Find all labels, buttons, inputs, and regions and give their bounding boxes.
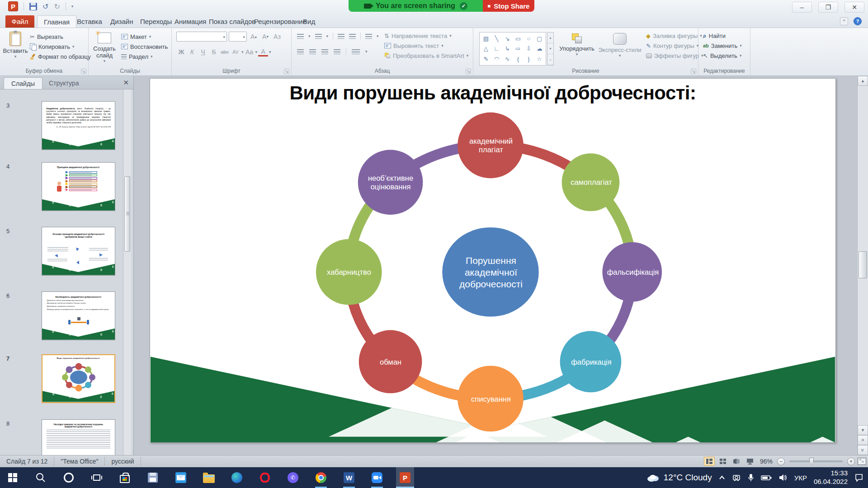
- slide-thumbnail-4[interactable]: Принципи академічної доброчесності:: [42, 162, 115, 211]
- shape-rectangle-icon[interactable]: ▭: [513, 33, 524, 44]
- shape-arrow-icon[interactable]: ↘: [502, 33, 513, 44]
- shape-bribery[interactable]: [316, 239, 382, 305]
- shape-curve-icon[interactable]: ∿: [502, 54, 513, 64]
- shrink-font-button[interactable]: А▾: [260, 32, 270, 42]
- zoom-out-button[interactable]: −: [777, 458, 785, 465]
- shape-effects-button[interactable]: Эффекты фигур ▾: [646, 51, 703, 61]
- shape-deception[interactable]: [359, 330, 422, 394]
- shape-triangle-icon[interactable]: △: [481, 44, 491, 54]
- undo-icon[interactable]: ↺: [42, 2, 48, 11]
- shapes-gallery-scroll[interactable]: ▴ ▾ ⌄: [547, 32, 554, 66]
- save-icon[interactable]: [29, 3, 37, 10]
- scroll-up-icon[interactable]: ▲: [858, 76, 868, 86]
- view-reading-button[interactable]: [731, 457, 742, 466]
- section-button[interactable]: Раздел ▾: [121, 52, 168, 61]
- tray-volume-icon[interactable]: [778, 474, 788, 481]
- mail-icon[interactable]: [172, 467, 190, 488]
- zoom-slider[interactable]: [789, 460, 843, 462]
- shape-falsification[interactable]: [602, 242, 662, 302]
- find-button[interactable]: ⌕ Найти: [703, 31, 742, 41]
- file-explorer-icon[interactable]: [200, 467, 218, 488]
- powerpoint-taskbar-icon[interactable]: P: [396, 467, 414, 488]
- editor-scrollbar-thumb[interactable]: [859, 251, 867, 278]
- shape-biased-grading[interactable]: [358, 150, 423, 215]
- zoom-level[interactable]: 96%: [760, 458, 773, 465]
- shape-line-icon[interactable]: ╲: [491, 33, 502, 44]
- panel-scrollbar-thumb[interactable]: [124, 176, 130, 252]
- opera-icon[interactable]: [256, 467, 274, 488]
- font-name-combo[interactable]: ▾: [176, 32, 227, 42]
- powerpoint-app-icon[interactable]: P: [8, 1, 18, 11]
- decrease-indent-icon[interactable]: [338, 34, 344, 39]
- zoom-in-button[interactable]: +: [847, 458, 855, 465]
- tab-insert[interactable]: Вставка: [71, 15, 108, 28]
- shape-elbow-arrow-icon[interactable]: ↳: [502, 44, 513, 54]
- columns-icon[interactable]: [352, 49, 360, 54]
- keyboard-language[interactable]: УКР: [794, 474, 807, 482]
- status-language[interactable]: русский: [105, 457, 141, 466]
- strikethrough-button[interactable]: S: [209, 47, 219, 57]
- justify-icon[interactable]: [334, 49, 340, 54]
- word-icon[interactable]: W: [340, 467, 358, 488]
- copy-button[interactable]: Копировать ▾: [30, 42, 91, 52]
- tab-file[interactable]: Файл: [5, 15, 34, 28]
- view-slideshow-button[interactable]: [745, 457, 755, 466]
- italic-button[interactable]: К: [187, 47, 197, 57]
- slide-thumbnail-3[interactable]: Академічна доброчесність (англ. Academic…: [42, 101, 115, 150]
- zoom-app-icon[interactable]: [368, 467, 386, 488]
- clipboard-dialog-launcher[interactable]: ↘: [81, 69, 86, 74]
- layout-button[interactable]: Макет ▾: [121, 32, 168, 42]
- font-dialog-launcher[interactable]: ↘: [284, 69, 289, 74]
- tray-expand-icon[interactable]: [719, 475, 725, 480]
- editor-scrollbar[interactable]: ▲ ▼ » »: [857, 76, 868, 455]
- new-slide-button[interactable]: Создать слайд ▾: [90, 30, 118, 66]
- shape-textbox-icon[interactable]: ▤: [481, 33, 491, 44]
- slide-thumbnail-7[interactable]: Види порушень академічної доброчесності:: [42, 354, 115, 403]
- font-size-combo[interactable]: ▾: [229, 32, 247, 42]
- abc-strike-icon[interactable]: abc: [220, 47, 230, 57]
- shape-star-icon[interactable]: ☆: [534, 54, 545, 64]
- slide-thumbnail-6[interactable]: Необхідність академічної доброчесності: …: [42, 291, 115, 340]
- panel-scrollbar[interactable]: [123, 89, 131, 455]
- shape-cloud-icon[interactable]: ☁: [534, 44, 545, 54]
- shape-brace-right-icon[interactable]: }: [524, 54, 534, 64]
- quick-styles-button[interactable]: Экспресс-стили ▾: [597, 30, 642, 66]
- start-button[interactable]: [4, 467, 22, 488]
- reset-button[interactable]: Восстановить: [121, 42, 168, 52]
- help-icon[interactable]: ?: [854, 17, 862, 25]
- font-color-button[interactable]: A: [258, 48, 268, 56]
- collapse-ribbon-icon[interactable]: ^: [840, 17, 848, 25]
- zoom-slider-thumb[interactable]: [809, 458, 814, 465]
- paragraph-dialog-launcher[interactable]: ↘: [466, 69, 471, 74]
- shape-rounded-rect-icon[interactable]: ▢: [534, 33, 545, 44]
- bullets-icon[interactable]: [297, 34, 304, 39]
- stop-share-button[interactable]: ■ Stop Share: [483, 0, 534, 12]
- maximize-button[interactable]: ❐: [818, 2, 838, 13]
- shape-down-arrow-icon[interactable]: ⇩: [524, 44, 534, 54]
- shape-oval-icon[interactable]: ○: [524, 33, 534, 44]
- tray-microphone-icon[interactable]: [748, 474, 754, 482]
- paste-button[interactable]: Вставить ▾: [2, 30, 28, 66]
- panel-tab-slides[interactable]: Слайды: [4, 77, 42, 89]
- shape-arc-icon[interactable]: ◠: [491, 54, 502, 64]
- text-direction-button[interactable]: ⇅ Направление текста ▾: [384, 31, 468, 41]
- align-center-icon[interactable]: [309, 49, 316, 54]
- shape-selfplagiarism[interactable]: [562, 154, 620, 211]
- clear-formatting-button[interactable]: Аз: [272, 32, 282, 42]
- shape-right-arrow-icon[interactable]: ⇨: [513, 44, 524, 54]
- redo-icon[interactable]: ↻: [54, 2, 60, 11]
- taskbar-search-icon[interactable]: [32, 467, 50, 488]
- bold-button[interactable]: Ж: [176, 47, 186, 57]
- underline-button[interactable]: Ч: [198, 47, 208, 57]
- shape-cheating[interactable]: [458, 366, 524, 432]
- shape-fabrication[interactable]: [560, 331, 622, 393]
- slide-title[interactable]: Види порушень академічної доброчесності:: [150, 82, 835, 104]
- select-button[interactable]: ↖ Выделить ▾: [703, 51, 742, 61]
- fit-to-window-button[interactable]: [858, 458, 866, 465]
- cut-button[interactable]: ✂ Вырезать: [30, 32, 91, 42]
- microsoft-store-icon[interactable]: [116, 467, 134, 488]
- change-case-button[interactable]: Aa: [245, 47, 255, 57]
- action-center-icon[interactable]: [854, 474, 863, 482]
- chrome-icon[interactable]: [312, 467, 330, 488]
- next-slide-button[interactable]: »: [858, 445, 868, 455]
